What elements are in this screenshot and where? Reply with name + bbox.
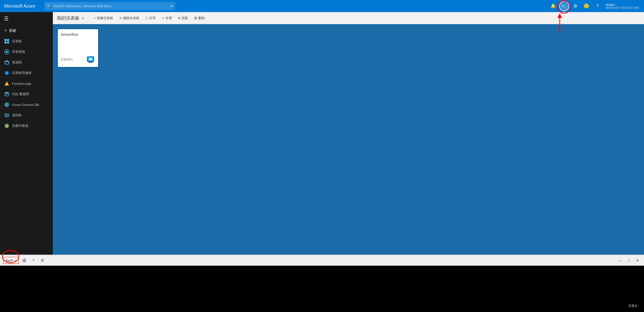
fullscreen-button[interactable]: ⤢ 全屏	[159, 15, 175, 21]
function-app-icon: ⚡	[4, 81, 10, 86]
watermark: 亿迅云	[626, 303, 640, 309]
help-button[interactable]: ?	[592, 1, 602, 11]
new-dashboard-label: 新建仪表板	[97, 16, 113, 20]
share-label: 共享	[149, 16, 156, 20]
bash-label: Bash	[6, 258, 14, 262]
clone-label: 克隆	[181, 16, 188, 20]
svg-rect-2	[5, 39, 7, 41]
svg-rect-27	[89, 62, 92, 63]
tensorflow-tile[interactable]: tensorflow 正在运行	[58, 29, 98, 67]
shell-maximize-button[interactable]: □	[626, 257, 632, 263]
sidebar-item-all-resources[interactable]: 所有资源	[0, 47, 53, 57]
cloud-shell-panel: Bash ∨ ⏻ ? ⚙ — □ ✕	[0, 255, 644, 312]
sidebar-item-label-groups: 资源组	[12, 60, 22, 65]
delete-label: 删除	[198, 16, 205, 20]
new-dashboard-icon: +	[94, 16, 96, 20]
terminal-area[interactable]	[0, 266, 644, 312]
tile-app-icon	[86, 55, 95, 64]
edit-dashboard-button[interactable]: ✎ 编辑仪表板	[117, 15, 142, 21]
svg-rect-4	[5, 42, 7, 44]
edit-icon: ✎	[119, 16, 122, 20]
sidebar-item-label-vm: 虚拟机	[12, 113, 22, 118]
delete-button[interactable]: 🗑 删除	[191, 15, 207, 21]
load-balancer-icon: ⚖	[4, 123, 10, 129]
all-resources-icon	[4, 49, 10, 55]
sidebar-item-label-resources: 所有资源	[12, 50, 25, 54]
sql-db-icon	[4, 91, 10, 97]
svg-rect-3	[7, 39, 9, 41]
plus-icon: +	[4, 28, 7, 33]
feedback-button[interactable]: 🙂	[581, 1, 591, 11]
sidebar-item-label-sql: SQL 数据库	[12, 92, 29, 96]
svg-point-7	[6, 51, 8, 53]
dashboard-title: 我的仪表板	[57, 15, 79, 21]
cosmos-db-icon	[4, 102, 10, 107]
sidebar-item-label-appservices: 应用程序服务	[12, 71, 32, 75]
sidebar-item-resource-groups[interactable]: 资源组	[0, 57, 53, 68]
edit-dashboard-label: 编辑仪表板	[123, 16, 139, 20]
search-input[interactable]	[44, 2, 175, 10]
search-clear-icon[interactable]: ✕	[170, 4, 173, 8]
shell-help-button[interactable]: ?	[30, 257, 37, 264]
svg-point-17	[6, 104, 7, 105]
sidebar-item-label-function: Function App	[12, 82, 31, 86]
svg-text:⚡: ⚡	[6, 83, 9, 86]
svg-rect-8	[5, 61, 9, 64]
dashboard-toolbar: 我的仪表板 ∨ + 新建仪表板 ✎ 编辑仪表板 ⬡ 共享 ⤢ 全屏 ⧉ 克隆	[53, 12, 644, 24]
delete-icon: 🗑	[194, 16, 197, 20]
svg-rect-19	[5, 114, 8, 116]
clone-button[interactable]: ⧉ 克隆	[176, 15, 190, 21]
fullscreen-label: 全屏	[166, 16, 172, 20]
dashboard-icon	[4, 38, 10, 44]
user-name: studen...	[606, 3, 617, 7]
settings-button[interactable]: ⚙	[570, 1, 580, 11]
dashboard-title-chevron[interactable]: ∨	[82, 16, 84, 20]
sidebar-item-function-app[interactable]: ⚡ Function App	[0, 78, 53, 89]
toolbar-separator-1	[89, 16, 89, 21]
share-button[interactable]: ⬡ 共享	[143, 15, 158, 21]
vm-icon	[4, 112, 10, 118]
sidebar-item-vm[interactable]: 虚拟机	[0, 110, 53, 121]
search-icon: 🔍	[47, 4, 51, 8]
share-icon: ⬡	[145, 16, 148, 20]
cloud-shell-button[interactable]: >_	[559, 1, 569, 11]
shell-settings-button[interactable]: ⚙	[39, 257, 46, 264]
sidebar-item-dashboard[interactable]: 仪表板	[0, 36, 53, 47]
cloud-shell-icon: >_	[562, 4, 567, 8]
bash-chevron: ∨	[15, 259, 16, 262]
search-bar[interactable]: 🔍 ✕	[44, 2, 175, 10]
sidebar-item-label-lb: 负载均衡器	[12, 124, 28, 128]
sidebar-item-sql-db[interactable]: SQL 数据库	[0, 89, 53, 99]
notifications-button[interactable]: 🔔	[548, 1, 558, 11]
svg-rect-5	[7, 42, 9, 44]
svg-point-28	[89, 58, 92, 60]
bash-dropdown[interactable]: Bash ∨	[3, 257, 19, 264]
shell-close-button[interactable]: ✕	[634, 257, 641, 263]
user-profile[interactable]: studen... MICROSOFT STUDENT PAR...	[603, 3, 641, 9]
top-bar-actions: 🔔 >_ ⚙ 🙂 ? studen... MICROSOFT STUDENT P…	[548, 1, 644, 11]
app-services-icon	[4, 70, 10, 76]
cloud-shell-toolbar: Bash ∨ ⏻ ? ⚙ — □ ✕	[0, 255, 644, 266]
new-dashboard-button[interactable]: + 新建仪表板	[91, 15, 116, 21]
sidebar-item-cosmos-db[interactable]: Azure Cosmos DB	[0, 99, 53, 110]
sidebar-item-label-cosmos: Azure Cosmos DB	[12, 103, 39, 107]
tile-status: 正在运行	[61, 57, 73, 62]
svg-rect-9	[6, 60, 8, 61]
sidebar-item-label-dashboard: 仪表板	[12, 39, 22, 44]
fullscreen-icon: ⤢	[162, 16, 165, 20]
tile-name: tensorflow	[61, 32, 95, 36]
sidebar-item-app-services[interactable]: 应用程序服务	[0, 68, 53, 78]
shell-power-button[interactable]: ⏻	[21, 257, 28, 264]
sidebar-item-load-balancer[interactable]: ⚖ 负载均衡器	[0, 121, 53, 131]
new-button[interactable]: + 新建	[0, 25, 53, 36]
azure-logo: Microsoft Azure	[0, 4, 39, 9]
shell-minimize-button[interactable]: —	[616, 257, 624, 263]
top-bar: Microsoft Azure 🔍 ✕ 🔔 >_ ⚙ 🙂 ? studen...…	[0, 0, 644, 12]
svg-text:⚖: ⚖	[6, 124, 8, 128]
resource-groups-icon	[4, 60, 10, 65]
clone-icon: ⧉	[178, 16, 180, 20]
user-subscription: MICROSOFT STUDENT PAR...	[606, 7, 641, 9]
tile-footer: 正在运行	[61, 52, 95, 64]
svg-point-13	[5, 92, 9, 94]
hamburger-button[interactable]: ☰	[0, 12, 53, 25]
